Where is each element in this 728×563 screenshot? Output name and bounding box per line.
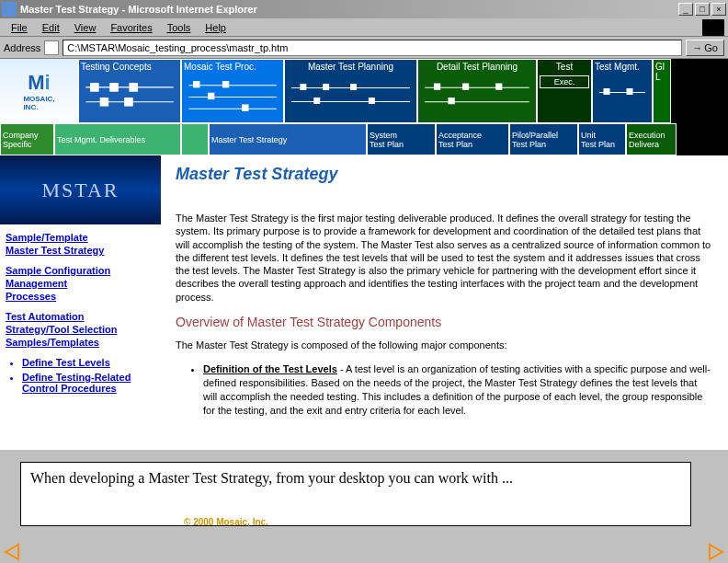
svg-rect-13	[243, 105, 248, 110]
overview-intro: The Master Test Strategy is composed of …	[176, 339, 713, 351]
overview-heading: Overview of Master Test Strategy Compone…	[176, 315, 713, 329]
link-define-testing-control[interactable]: Define Testing-Related Control Procedure…	[22, 372, 155, 394]
svg-rect-20	[369, 98, 374, 103]
intro-paragraph: The Master Test Strategy is the first ma…	[176, 212, 713, 304]
nav-master-test-planning[interactable]: Master Test Planning	[284, 59, 417, 123]
link-sample-template[interactable]: Sample/Template	[6, 232, 155, 243]
nav-testing-concepts[interactable]: Testing Concepts	[78, 59, 181, 123]
svg-rect-6	[125, 98, 132, 106]
link-define-test-levels[interactable]: Define Test Levels	[22, 357, 155, 368]
maximize-button[interactable]: □	[695, 3, 710, 16]
prev-slide-button[interactable]	[2, 543, 22, 561]
svg-rect-4	[130, 84, 137, 91]
svg-marker-31	[710, 545, 722, 559]
svg-rect-18	[351, 85, 357, 90]
svg-rect-12	[209, 93, 214, 98]
link-master-test-strategy[interactable]: Master Test Strategy	[6, 245, 155, 256]
svg-rect-25	[496, 84, 502, 89]
ie-throbber-icon	[702, 19, 724, 36]
copyright-text: © 2000 Mosaic, Inc.	[184, 517, 268, 527]
menu-tools[interactable]: Tools	[160, 20, 199, 35]
link-management[interactable]: Management	[6, 278, 155, 289]
svg-marker-30	[6, 545, 18, 559]
svg-rect-28	[604, 89, 609, 95]
nav-strip-top: Mi MOSAIC,INC. Testing Concepts Mosaic T…	[0, 59, 728, 123]
nav-company-specific[interactable]: CompanySpecific	[0, 123, 54, 155]
link-strategy-tool[interactable]: Strategy/Tool Selection	[6, 324, 155, 335]
menu-help[interactable]: Help	[198, 20, 233, 35]
nav-system-test-plan[interactable]: SystemTest Plan	[367, 123, 436, 155]
sidebar: MSTAR Sample/TemplateMaster Test Strateg…	[0, 155, 161, 450]
svg-rect-24	[463, 84, 469, 89]
go-button[interactable]: →Go	[686, 40, 724, 56]
caption-overlay: When developing a Master Test Strategy, …	[20, 462, 691, 526]
minimize-button[interactable]: _	[678, 3, 693, 16]
nav-glossary[interactable]: Gl L	[653, 59, 671, 123]
mosaic-logo[interactable]: Mi MOSAIC,INC.	[0, 59, 78, 123]
nav-mosaic-test-proc[interactable]: Mosaic Test Proc.	[181, 59, 284, 123]
caption-text: When developing a Master Test Strategy, …	[30, 470, 681, 487]
nav-unit-test-plan[interactable]: UnitTest Plan	[578, 123, 626, 155]
svg-rect-19	[314, 98, 320, 103]
svg-rect-11	[222, 82, 228, 87]
component-item: Definition of the Test Levels - A test l…	[203, 362, 713, 417]
nav-detail-test-planning[interactable]: Detail Test Planning	[417, 59, 537, 123]
menu-file[interactable]: File	[4, 20, 35, 35]
svg-rect-2	[91, 84, 98, 91]
main-content: Master Test Strategy The Master Test Str…	[161, 155, 728, 450]
svg-rect-17	[324, 85, 329, 90]
nav-test-mgmt[interactable]: Test Mgmt.	[592, 59, 653, 123]
close-button[interactable]: ×	[711, 3, 726, 16]
window-title: Master Test Strategy - Microsoft Interne…	[20, 4, 678, 15]
menu-favorites[interactable]: Favorites	[103, 20, 159, 35]
svg-rect-29	[627, 89, 632, 95]
address-bar: Address →Go	[0, 37, 728, 59]
mstar-logo: MSTAR	[0, 155, 161, 224]
content-area: MSTAR Sample/TemplateMaster Test Strateg…	[0, 155, 728, 450]
nav-test-mgmt-deliverables[interactable]: Test Mgmt. Deliverables	[54, 123, 181, 155]
page-heading: Master Test Strategy	[176, 165, 713, 184]
link-test-automation[interactable]: Test Automation	[6, 311, 155, 322]
svg-rect-23	[435, 84, 440, 89]
svg-rect-16	[301, 85, 306, 90]
nav-execution-deliverable[interactable]: ExecutionDelivera	[626, 123, 677, 155]
address-label: Address	[4, 42, 40, 53]
nav-acceptance-test-plan[interactable]: AcceptanceTest Plan	[436, 123, 509, 155]
address-input[interactable]	[63, 40, 682, 56]
svg-rect-3	[110, 84, 118, 91]
nav-pilot-parallel-test-plan[interactable]: Pilot/ParallelTest Plan	[509, 123, 578, 155]
svg-rect-10	[194, 82, 199, 87]
nav-spacer	[181, 123, 209, 155]
menu-edit[interactable]: Edit	[35, 20, 67, 35]
link-samples-templates[interactable]: Samples/Templates	[6, 337, 155, 348]
menu-bar: File Edit View Favorites Tools Help	[0, 18, 728, 37]
svg-rect-5	[100, 98, 108, 106]
window-titlebar: Master Test Strategy - Microsoft Interne…	[0, 0, 728, 18]
nav-strip-bottom: CompanySpecific Test Mgmt. Deliverables …	[0, 123, 728, 155]
next-slide-button[interactable]	[706, 543, 726, 561]
page-icon	[44, 40, 59, 55]
nav-master-test-strategy[interactable]: Master Test Strategy	[209, 123, 367, 155]
menu-view[interactable]: View	[67, 20, 104, 35]
nav-test[interactable]: TestExec.	[537, 59, 592, 123]
ie-icon	[2, 2, 17, 17]
link-sample-config[interactable]: Sample Configuration	[6, 265, 155, 276]
svg-rect-26	[449, 98, 454, 104]
link-processes[interactable]: Processes	[6, 291, 155, 302]
